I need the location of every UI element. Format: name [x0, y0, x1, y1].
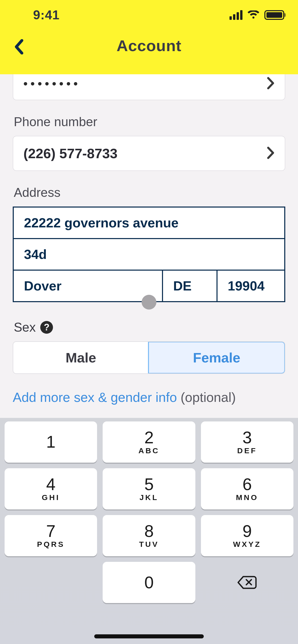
backspace-icon: [237, 575, 257, 590]
key-6[interactable]: 6MNO: [201, 468, 293, 509]
key-digit: 3: [242, 429, 252, 446]
address-zip-input[interactable]: 19904: [218, 270, 284, 301]
key-letters: DEF: [237, 446, 257, 455]
address-label: Address: [14, 185, 285, 200]
key-digit: 9: [242, 523, 252, 539]
back-button[interactable]: [9, 37, 30, 57]
key-digit: 1: [46, 433, 56, 450]
key-letters: GHI: [42, 493, 60, 502]
key-digit: 2: [144, 429, 154, 446]
key-1[interactable]: 1: [5, 421, 97, 463]
phone-label: Phone number: [14, 114, 285, 129]
key-digit: 6: [242, 476, 252, 493]
sex-label: Sex: [14, 320, 36, 335]
page-title: Account: [117, 37, 182, 55]
address-city-input[interactable]: Dover: [14, 270, 163, 301]
status-time: 9:41: [33, 8, 60, 22]
password-mask: ••••••••: [23, 77, 81, 91]
key-3[interactable]: 3DEF: [201, 421, 293, 463]
key-letters: MNO: [236, 493, 258, 502]
drag-handle-dot: [142, 295, 156, 310]
key-digit: 5: [144, 476, 154, 493]
battery-icon: [264, 10, 284, 20]
key-7[interactable]: 7PQRS: [5, 515, 97, 556]
status-icons: [229, 10, 284, 20]
help-icon[interactable]: ?: [40, 321, 53, 334]
chevron-right-icon: [267, 77, 275, 91]
cellular-icon: [229, 10, 242, 20]
address-state-input[interactable]: DE: [163, 270, 218, 301]
key-blank: [5, 562, 97, 603]
key-digit: 4: [46, 476, 56, 493]
key-0[interactable]: 0: [103, 562, 195, 603]
password-row[interactable]: ••••••••: [13, 74, 285, 100]
home-indicator[interactable]: [94, 634, 204, 638]
address-block: 22222 governors avenue 34d Dover DE 1990…: [13, 207, 285, 302]
key-letters: JKL: [140, 493, 159, 502]
phone-value: (226) 577-8733: [23, 145, 117, 161]
wifi-icon: [247, 10, 260, 20]
key-letters: WXYZ: [233, 540, 261, 549]
key-backspace[interactable]: [201, 562, 293, 603]
key-digit: 0: [144, 574, 154, 591]
add-sex-gender-text: Add more sex & gender info: [13, 390, 181, 405]
key-letters: PQRS: [37, 540, 65, 549]
chevron-left-icon: [14, 39, 24, 54]
sex-option-female[interactable]: Female: [148, 341, 285, 374]
key-letters: ABC: [138, 446, 159, 455]
key-8[interactable]: 8TUV: [103, 515, 195, 556]
key-digit: 8: [144, 523, 154, 539]
optional-text: (optional): [181, 390, 236, 405]
key-2[interactable]: 2ABC: [103, 421, 195, 463]
key-digit: 7: [46, 523, 56, 539]
phone-row[interactable]: (226) 577-8733: [13, 136, 285, 171]
address-line1-input[interactable]: 22222 governors avenue: [14, 208, 284, 238]
numeric-keyboard: 1 2ABC 3DEF 4GHI 5JKL 6MNO 7PQRS 8TUV 9W…: [0, 418, 298, 644]
key-9[interactable]: 9WXYZ: [201, 515, 293, 556]
address-line2-input[interactable]: 34d: [14, 238, 284, 270]
add-sex-gender-link[interactable]: Add more sex & gender info (optional): [13, 390, 285, 405]
key-5[interactable]: 5JKL: [103, 468, 195, 509]
key-letters: TUV: [139, 540, 159, 549]
key-4[interactable]: 4GHI: [5, 468, 97, 509]
sex-segmented: Male Female: [13, 341, 285, 374]
sex-option-male[interactable]: Male: [13, 342, 148, 373]
chevron-right-icon: [267, 147, 275, 160]
